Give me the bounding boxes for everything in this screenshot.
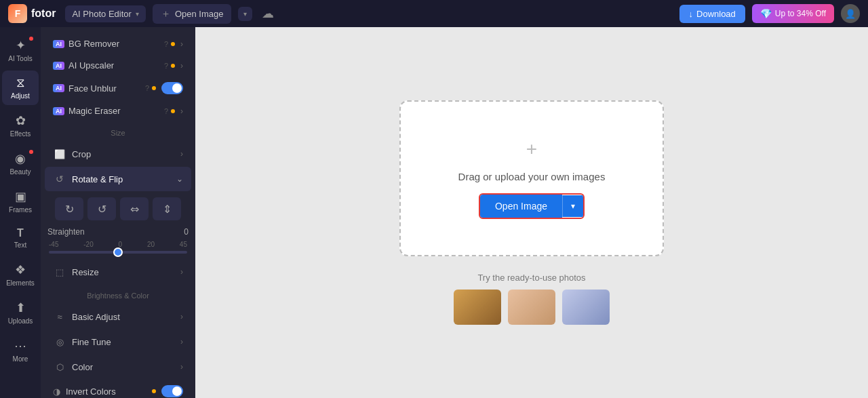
side-panel: AI BG Remover ? › AI AI Upscaler ? › AI …: [41, 27, 195, 398]
ready-photo-1[interactable]: [454, 290, 501, 325]
main-area: ✦ AI Tools ⧖ Adjust ✿ Effects ◉ Beauty ▣…: [0, 27, 868, 398]
ready-photo-2[interactable]: [508, 290, 555, 325]
panel-item-invert-colors[interactable]: ◑ Invert Colors: [45, 380, 191, 398]
drop-plus-icon: +: [526, 138, 537, 160]
more-icon: ⋯: [14, 338, 26, 353]
resize-section-header[interactable]: ⬚ Resize ›: [45, 260, 191, 284]
tick-max: 45: [180, 241, 187, 248]
straighten-value: 0: [184, 227, 189, 237]
panel-item-face-unblur[interactable]: AI Face Unblur ?: [45, 77, 191, 100]
drop-zone[interactable]: + Drag or upload your own images Open Im…: [399, 100, 664, 256]
sidebar-item-frames[interactable]: ▣ Frames: [2, 184, 39, 219]
rotate-btn-row: ↻ ↺ ⇔ ⇕: [47, 197, 189, 220]
sidebar-item-adjust[interactable]: ⧖ Adjust: [2, 71, 39, 105]
ai-upscaler-label: AI Upscaler: [68, 60, 164, 71]
effects-label: Effects: [10, 130, 31, 138]
color-header[interactable]: ⬡ Color ›: [45, 355, 191, 379]
effects-icon: ✿: [16, 113, 26, 128]
drop-text: Drag or upload your own images: [458, 171, 606, 182]
face-unblur-toggle[interactable]: [161, 82, 183, 94]
left-nav: ✦ AI Tools ⧖ Adjust ✿ Effects ◉ Beauty ▣…: [0, 27, 41, 398]
fine-tune-label: Fine Tune: [72, 337, 180, 347]
ready-label: Try the ready-to-use photos: [454, 273, 610, 283]
uploads-icon: ⬆: [16, 300, 26, 315]
ai-badge-face: AI: [53, 84, 64, 92]
rotate-ccw-button[interactable]: ↺: [87, 197, 116, 220]
topbar-open-image-label: Open Image: [175, 9, 224, 19]
crop-section-header[interactable]: ⬜ Crop ›: [45, 142, 191, 166]
canvas-area: + Drag or upload your own images Open Im…: [195, 27, 868, 398]
panel-item-magic-eraser[interactable]: AI Magic Eraser ? ›: [45, 100, 191, 121]
basic-adjust-label: Basic Adjust: [72, 312, 180, 322]
topbar-plus-icon: ＋: [161, 7, 171, 20]
basic-adjust-header[interactable]: ≈ Basic Adjust ›: [45, 304, 191, 329]
tick-mid-neg: -20: [83, 241, 93, 248]
face-unblur-label: Face Unblur: [68, 83, 145, 94]
flip-vertical-button[interactable]: ⇕: [153, 197, 181, 220]
upscaler-help-icon: ?: [164, 62, 168, 70]
sidebar-item-ai-tools[interactable]: ✦ AI Tools: [2, 33, 39, 68]
adjust-icon: ⧖: [16, 76, 25, 90]
sidebar-item-beauty[interactable]: ◉ Beauty: [2, 146, 39, 181]
download-button[interactable]: ↓ Download: [679, 5, 745, 23]
elements-label: Elements: [6, 279, 35, 287]
ai-upscaler-dot: [171, 64, 175, 68]
ready-photos: Try the ready-to-use photos: [454, 273, 610, 325]
tick-min: -45: [49, 241, 58, 248]
topbar: F fotor AI Photo Editor ▾ ＋ Open Image ▾…: [0, 0, 868, 27]
fotor-logo-icon: F: [8, 4, 27, 23]
sidebar-item-uploads[interactable]: ⬆ Uploads: [2, 295, 39, 330]
crop-icon: ⬜: [53, 147, 66, 161]
frames-label: Frames: [9, 206, 32, 214]
panel-item-ai-upscaler[interactable]: AI AI Upscaler ? ›: [45, 55, 191, 76]
crop-label: Crop: [72, 149, 180, 159]
rotate-controls: ↻ ↺ ⇔ ⇕ Straighten 0 -45 -20 0 20 45: [41, 192, 195, 259]
color-icon: ⬡: [53, 360, 66, 374]
promo-label: Up to 34% Off: [775, 9, 826, 18]
rotate-cw-button[interactable]: ↻: [55, 197, 83, 220]
basic-adjust-icon: ≈: [53, 310, 66, 323]
invert-colors-label: Invert Colors: [66, 386, 152, 397]
photo-thumbs: [454, 290, 610, 325]
ai-badge-bg: AI: [53, 40, 64, 48]
app-mode-button[interactable]: AI Photo Editor ▾: [65, 5, 145, 22]
open-image-main-button[interactable]: Open Image: [480, 195, 562, 218]
uploads-label: Uploads: [8, 317, 33, 325]
ready-photo-3[interactable]: [562, 290, 610, 325]
promo-button[interactable]: 💎 Up to 34% Off: [752, 4, 834, 23]
fine-tune-header[interactable]: ◎ Fine Tune ›: [45, 330, 191, 354]
bg-remover-arrow-icon: ›: [180, 39, 183, 49]
bg-remover-label: BG Remover: [68, 39, 164, 49]
beauty-dot: [29, 150, 33, 154]
panel-item-bg-remover[interactable]: AI BG Remover ? ›: [45, 33, 191, 54]
mode-chevron-icon: ▾: [136, 10, 139, 18]
app-mode-label: AI Photo Editor: [72, 9, 131, 19]
fine-tune-icon: ◎: [53, 335, 66, 349]
elements-icon: ❖: [15, 262, 26, 277]
invert-colors-icon: ◑: [53, 386, 60, 397]
sidebar-item-more[interactable]: ⋯ More: [2, 333, 39, 368]
magic-eraser-dot: [171, 109, 175, 113]
tick-mid-pos: 20: [147, 241, 155, 248]
slider-thumb[interactable]: [113, 247, 123, 257]
text-label: Text: [14, 241, 26, 249]
sidebar-item-text[interactable]: T Text: [2, 222, 39, 254]
logo-area: F fotor: [8, 4, 56, 23]
straighten-slider[interactable]: [47, 251, 189, 254]
flip-horizontal-button[interactable]: ⇔: [120, 197, 149, 220]
ai-tools-label: AI Tools: [8, 55, 32, 62]
ai-tools-icon: ✦: [16, 38, 26, 53]
bg-remover-help-icon: ?: [164, 40, 168, 48]
resize-arrow-icon: ›: [180, 267, 183, 277]
topbar-open-image-button[interactable]: ＋ Open Image: [153, 4, 232, 24]
open-image-dropdown-button[interactable]: ▾: [238, 7, 252, 21]
avatar[interactable]: 👤: [841, 4, 860, 23]
invert-colors-toggle[interactable]: [161, 385, 183, 397]
cloud-button[interactable]: ☁: [262, 6, 274, 21]
ai-upscaler-arrow-icon: ›: [180, 61, 183, 71]
rotate-section-header[interactable]: ↺ Rotate & Flip ⌄: [45, 167, 191, 191]
open-image-arrow-button[interactable]: ▾: [562, 195, 583, 217]
sidebar-item-effects[interactable]: ✿ Effects: [2, 108, 39, 143]
sidebar-item-elements[interactable]: ❖ Elements: [2, 257, 39, 292]
logo-text: fotor: [31, 7, 56, 20]
